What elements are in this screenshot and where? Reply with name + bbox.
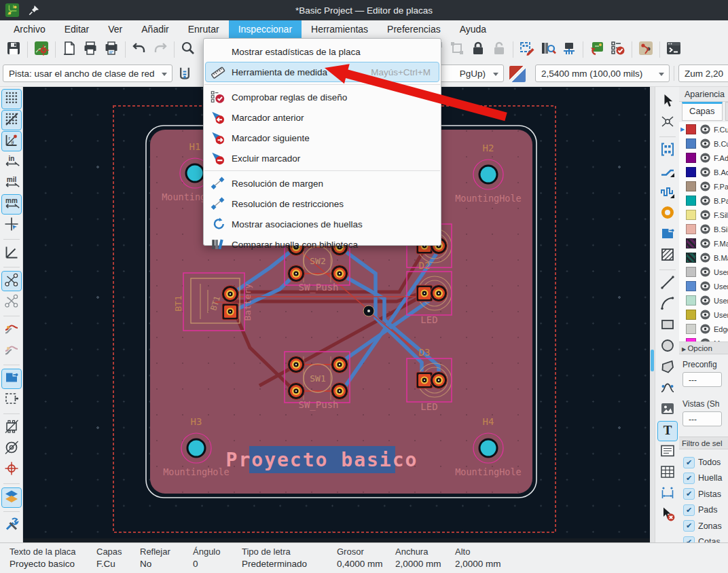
page-settings-button[interactable] [60, 40, 79, 59]
layer-row[interactable]: B.Mask [679, 251, 728, 265]
sketch-footprints-button[interactable] [2, 418, 21, 437]
layer-row[interactable]: B.Paste [679, 193, 728, 208]
filter-cotas[interactable]: ✔Cotas [683, 536, 721, 542]
tab-objects[interactable]: Objetos [725, 102, 728, 121]
track-width-select[interactable]: Pista: usar el ancho de clase de red [3, 64, 172, 82]
visibility-eye-icon[interactable] [699, 195, 711, 206]
draw-arc-button[interactable] [658, 295, 677, 314]
grid-override-button[interactable] [2, 111, 21, 130]
save-button[interactable] [4, 40, 23, 59]
high-contrast-button[interactable] [2, 488, 21, 507]
menu-item-marcador-siguiente[interactable]: Marcador siguiente [205, 128, 439, 148]
scripting-console-button[interactable] [664, 40, 683, 59]
menu-item-herramienta-de-medida[interactable]: Herramienta de medidaMayús+Ctrl+M [205, 62, 439, 82]
filter-todos[interactable]: ✔Todos [683, 456, 721, 468]
plot-button[interactable] [102, 40, 121, 59]
lock-button[interactable] [469, 40, 488, 59]
menu-item-resoluci-n-de-margen[interactable]: Resolución de margen [205, 173, 439, 193]
vertical-scrollbar[interactable] [650, 87, 655, 542]
visibility-eye-icon[interactable] [699, 252, 711, 263]
checkbox-checked-icon[interactable]: ✔ [683, 473, 695, 484]
layer-pair-button[interactable] [508, 64, 527, 84]
library-browser-button[interactable] [539, 40, 558, 59]
via-size-select[interactable]: 2,5400 mm (100,00 mils) [535, 64, 670, 82]
visibility-eye-icon[interactable] [699, 309, 711, 320]
rule-area-button[interactable] [658, 246, 677, 265]
layer-row[interactable]: User.Comments [679, 279, 728, 293]
scrollbar-thumb[interactable] [651, 350, 654, 371]
zoom-select[interactable]: Zum 2,20 [678, 64, 728, 82]
undo-button[interactable] [130, 40, 149, 59]
layer-row[interactable]: F.Paste [679, 179, 728, 193]
presets-select[interactable]: --- [682, 372, 722, 387]
filter-zonas[interactable]: ✔Zonas [683, 520, 722, 532]
tune-length-button[interactable] [658, 183, 677, 202]
visibility-eye-icon[interactable] [699, 181, 711, 192]
menu-item-mostrar-estad-sticas-de-la-placa[interactable]: Mostrar estadísticas de la placa [205, 41, 439, 62]
net-inspector-button[interactable] [560, 40, 579, 59]
layer-row[interactable]: ▶F.Cu [679, 122, 728, 136]
ratsnest-button[interactable] [2, 272, 21, 291]
menubar-item-ver[interactable]: Ver [98, 20, 132, 38]
menu-item-excluir-marcador[interactable]: Excluir marcador [205, 148, 439, 168]
units-mm-button[interactable]: mm [2, 195, 21, 214]
redo-button[interactable] [151, 40, 170, 59]
viewports-select[interactable]: --- [682, 411, 722, 426]
add-dimension-button[interactable] [658, 485, 677, 504]
layer-row[interactable]: User.Drawings [679, 265, 728, 279]
layer-row[interactable]: F.Silkscreen [679, 208, 728, 222]
visibility-eye-icon[interactable] [699, 266, 711, 278]
checkbox-checked-icon[interactable]: ✔ [683, 457, 695, 468]
cursor-shape-button[interactable] [2, 216, 21, 235]
print-button[interactable] [81, 40, 100, 59]
filter-pistas[interactable]: ✔Pistas [683, 488, 721, 500]
find-button[interactable] [179, 40, 198, 59]
visibility-eye-icon[interactable] [699, 138, 711, 149]
units-mil-button[interactable]: mil [2, 174, 21, 193]
track-display-button[interactable] [2, 341, 21, 361]
draw-rectangle-button[interactable] [658, 316, 677, 335]
update-pcb-from-schematic-button[interactable] [587, 40, 606, 59]
add-image-button[interactable] [658, 401, 677, 420]
menu-item-comprobar-reglas-de-dise-o[interactable]: Comprobar reglas de diseño [205, 87, 439, 107]
layer-row[interactable]: User.Eco2 [679, 308, 728, 322]
menu-item-marcador-anterior[interactable]: Marcador anterior [205, 107, 439, 128]
net-class-width-button[interactable] [175, 64, 194, 84]
design-rules-check-button[interactable] [608, 40, 627, 59]
add-footprint-button[interactable] [658, 141, 677, 160]
curved-ratsnest-button[interactable] [2, 293, 21, 312]
external-plugin-button[interactable] [636, 40, 655, 59]
delete-tool-button[interactable] [658, 506, 677, 525]
layer-row[interactable]: Edge.Cuts [679, 322, 728, 336]
unlock-button[interactable] [490, 40, 509, 59]
visibility-eye-icon[interactable] [699, 209, 711, 221]
zone-fill-button[interactable] [2, 369, 21, 388]
add-table-button[interactable] [658, 464, 677, 483]
layer-row[interactable]: User.Eco1 [679, 293, 728, 308]
menubar-item-preferencias[interactable]: Preferencias [378, 20, 450, 38]
visibility-eye-icon[interactable] [699, 323, 711, 335]
grid-dots-button[interactable] [2, 90, 21, 109]
board-setup-button[interactable] [32, 40, 51, 59]
zone-outline-button[interactable] [2, 390, 21, 409]
units-in-button[interactable]: in [2, 153, 21, 172]
menubar-item-herramientas[interactable]: Herramientas [302, 20, 378, 38]
draw-polygon-button[interactable] [658, 358, 677, 377]
visibility-eye-icon[interactable] [699, 280, 711, 292]
add-text-button[interactable]: T [658, 422, 677, 441]
layer-row[interactable]: B.Silkscreen [679, 222, 728, 236]
add-zone-button[interactable] [658, 225, 677, 244]
visibility-eye-icon[interactable] [699, 295, 711, 306]
menubar-item-editar[interactable]: Editar [55, 20, 99, 38]
select-button[interactable] [658, 92, 677, 111]
draw-bezier-button[interactable] [658, 380, 677, 399]
filter-pads[interactable]: ✔Pads [683, 504, 718, 516]
menubar-item-ayuda[interactable]: Ayuda [450, 20, 496, 38]
tab-layers[interactable]: Capas [682, 102, 723, 121]
layer-row[interactable]: B.Cu [679, 136, 728, 151]
route-tracks-button[interactable] [658, 162, 677, 181]
checkbox-checked-icon[interactable]: ✔ [683, 504, 695, 516]
sketch-pads-button[interactable] [2, 439, 21, 458]
angle-mode-button[interactable] [2, 244, 21, 263]
visibility-eye-icon[interactable] [699, 166, 711, 178]
